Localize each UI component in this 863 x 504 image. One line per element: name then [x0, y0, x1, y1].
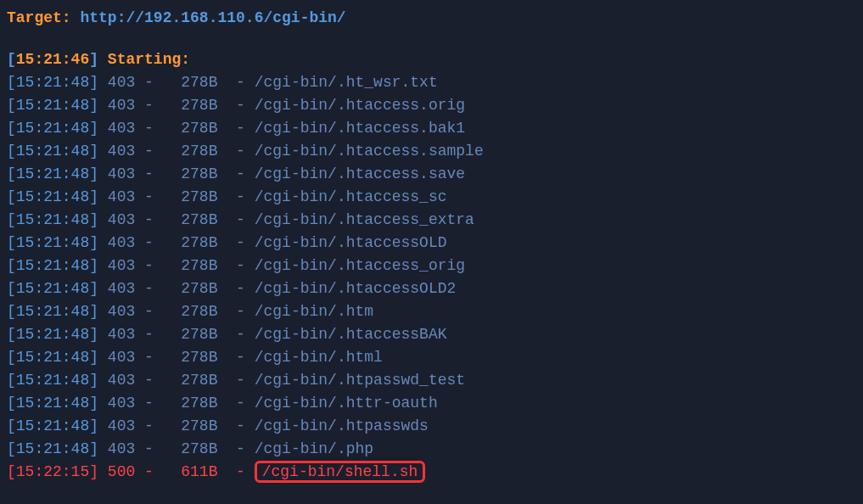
- log-status: 403 - 278B -: [98, 97, 255, 114]
- log-status: 403 - 278B -: [98, 165, 255, 182]
- log-status: 403 - 278B -: [98, 234, 255, 251]
- log-timestamp: [15:21:48]: [7, 165, 98, 182]
- target-line: Target: http://192.168.110.6/cgi-bin/: [7, 7, 856, 30]
- log-status: 403 - 278B -: [98, 395, 255, 412]
- log-status: 403 - 278B -: [98, 372, 255, 389]
- log-path: /cgi-bin/.html: [255, 349, 383, 366]
- starting-line: [15:21:46] Starting:: [7, 48, 856, 71]
- starting-timestamp: 15:21:46: [16, 51, 89, 68]
- log-timestamp: [15:21:48]: [7, 372, 98, 389]
- log-path: /cgi-bin/.htaccessBAK: [255, 326, 447, 343]
- log-path: /cgi-bin/.htaccessOLD2: [255, 280, 457, 297]
- log-line: [15:21:48] 403 - 278B - /cgi-bin/.php: [7, 438, 856, 461]
- log-timestamp: [15:21:48]: [7, 97, 98, 114]
- log-status: 403 - 278B -: [98, 188, 255, 205]
- starting-text: Starting:: [98, 51, 190, 68]
- log-line: [15:21:48] 403 - 278B - /cgi-bin/.htm: [7, 300, 856, 323]
- log-status: 403 - 278B -: [98, 143, 255, 160]
- log-path: /cgi-bin/.ht_wsr.txt: [255, 74, 438, 91]
- log-path: /cgi-bin/.htaccess_extra: [255, 211, 474, 228]
- log-timestamp: [15:21:48]: [7, 143, 98, 160]
- log-path: /cgi-bin/.htaccess.bak1: [255, 120, 465, 137]
- log-line: [15:21:48] 403 - 278B - /cgi-bin/.htpass…: [7, 369, 856, 392]
- log-path: /cgi-bin/.htaccess.save: [255, 165, 465, 182]
- log-line: [15:21:48] 403 - 278B - /cgi-bin/.htacce…: [7, 163, 856, 186]
- log-timestamp: [15:21:48]: [7, 417, 98, 434]
- log-timestamp: [15:21:48]: [7, 74, 98, 91]
- log-status: 500 - 611B -: [98, 463, 255, 480]
- log-status: 403 - 278B -: [98, 257, 255, 274]
- log-container: [15:21:48] 403 - 278B - /cgi-bin/.ht_wsr…: [7, 71, 856, 484]
- log-line: [15:21:48] 403 - 278B - /cgi-bin/.htacce…: [7, 209, 856, 232]
- log-path: /cgi-bin/.php: [255, 440, 373, 457]
- log-path: /cgi-bin/.htpasswds: [255, 417, 429, 434]
- target-url: http://192.168.110.6/cgi-bin/: [80, 9, 345, 26]
- log-timestamp: [15:21:48]: [7, 211, 98, 228]
- log-timestamp: [15:21:48]: [7, 234, 98, 251]
- log-line: [15:21:48] 403 - 278B - /cgi-bin/.htacce…: [7, 117, 856, 140]
- log-timestamp: [15:21:48]: [7, 280, 98, 297]
- log-status: 403 - 278B -: [98, 326, 255, 343]
- log-timestamp: [15:21:48]: [7, 440, 98, 457]
- log-path: /cgi-bin/.htaccess.sample: [255, 143, 484, 160]
- log-line: [15:21:48] 403 - 278B - /cgi-bin/.htacce…: [7, 277, 856, 300]
- log-timestamp: [15:21:48]: [7, 120, 98, 137]
- log-status: 403 - 278B -: [98, 120, 255, 137]
- log-timestamp: [15:21:48]: [7, 303, 98, 320]
- log-timestamp: [15:21:48]: [7, 326, 98, 343]
- log-timestamp: [15:21:48]: [7, 257, 98, 274]
- log-path: /cgi-bin/.htaccess.orig: [255, 97, 465, 114]
- log-line: [15:22:15] 500 - 611B - /cgi-bin/shell.s…: [7, 461, 856, 484]
- log-line: [15:21:48] 403 - 278B - /cgi-bin/.htpass…: [7, 415, 856, 438]
- log-line: [15:21:48] 403 - 278B - /cgi-bin/.htacce…: [7, 232, 856, 255]
- highlight-box: /cgi-bin/shell.sh: [255, 461, 426, 483]
- log-path: /cgi-bin/.htpasswd_test: [255, 372, 465, 389]
- log-status: 403 - 278B -: [98, 349, 255, 366]
- log-line: [15:21:48] 403 - 278B - /cgi-bin/.htacce…: [7, 186, 856, 209]
- log-path: /cgi-bin/.htaccessOLD: [255, 234, 447, 251]
- log-status: 403 - 278B -: [98, 280, 255, 297]
- log-status: 403 - 278B -: [98, 440, 255, 457]
- log-path: /cgi-bin/.httr-oauth: [255, 395, 438, 412]
- log-status: 403 - 278B -: [98, 417, 255, 434]
- log-line: [15:21:48] 403 - 278B - /cgi-bin/.htacce…: [7, 323, 856, 346]
- log-path: /cgi-bin/.htaccess_orig: [255, 257, 465, 274]
- log-status: 403 - 278B -: [98, 74, 255, 91]
- bracket-open: [: [7, 51, 16, 68]
- log-line: [15:21:48] 403 - 278B - /cgi-bin/.html: [7, 346, 856, 369]
- log-timestamp: [15:21:48]: [7, 395, 98, 412]
- log-status: 403 - 278B -: [98, 211, 255, 228]
- log-timestamp: [15:21:48]: [7, 349, 98, 366]
- log-status: 403 - 278B -: [98, 303, 255, 320]
- target-label: Target:: [7, 9, 80, 26]
- log-line: [15:21:48] 403 - 278B - /cgi-bin/.ht_wsr…: [7, 71, 856, 94]
- log-path: /cgi-bin/shell.sh: [262, 463, 418, 480]
- log-line: [15:21:48] 403 - 278B - /cgi-bin/.htacce…: [7, 140, 856, 163]
- log-timestamp: [15:22:15]: [7, 463, 98, 480]
- log-line: [15:21:48] 403 - 278B - /cgi-bin/.httr-o…: [7, 392, 856, 415]
- log-path: /cgi-bin/.htaccess_sc: [255, 188, 447, 205]
- log-line: [15:21:48] 403 - 278B - /cgi-bin/.htacce…: [7, 255, 856, 277]
- log-path: /cgi-bin/.htm: [255, 303, 373, 320]
- bracket-close: ]: [89, 51, 98, 68]
- log-timestamp: [15:21:48]: [7, 188, 98, 205]
- log-line: [15:21:48] 403 - 278B - /cgi-bin/.htacce…: [7, 94, 856, 117]
